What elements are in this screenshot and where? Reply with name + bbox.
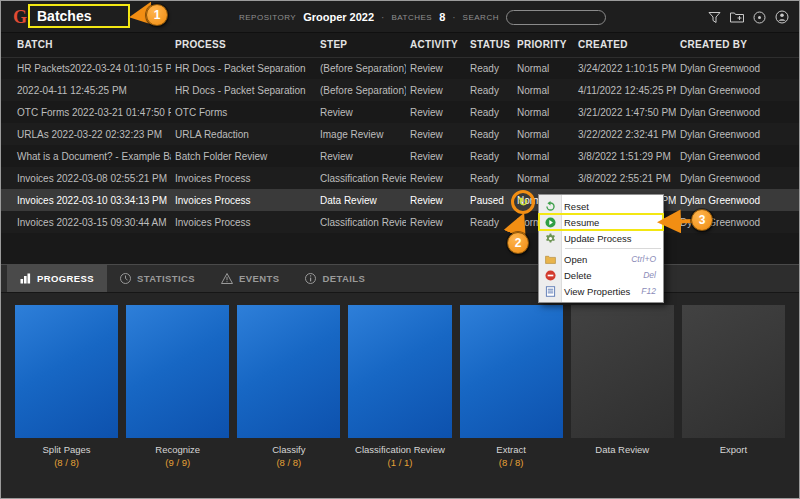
cell-created: 3/22/2022 2:32:41 PM <box>574 123 676 145</box>
batch-table: BATCHPROCESSSTEPACTIVITYSTATUSPRIORITYCR… <box>1 33 800 233</box>
progress-card[interactable]: Data Review <box>571 305 674 468</box>
menu-separator <box>565 248 661 249</box>
cell-process: URLA Redaction <box>171 123 316 145</box>
menu-item-update-process[interactable]: Update Process <box>539 230 663 246</box>
cell-priority: Normal <box>513 79 574 101</box>
cell-batch: What is a Document? - Example Batch <box>1 145 171 167</box>
cell-created: 3/21/2022 1:47:50 PM <box>574 101 676 123</box>
column-header[interactable]: PRIORITY <box>513 33 574 57</box>
progress-card[interactable]: Classify(8 / 8) <box>237 305 340 468</box>
tab-details[interactable]: DETAILS <box>292 265 378 292</box>
card-thumbnail <box>126 305 229 438</box>
cell-created: 3/8/2022 2:55:21 PM <box>574 167 676 189</box>
open-icon <box>543 254 557 265</box>
table-row[interactable]: OTC Forms 2022-03-21 01:47:50 PMOTC Form… <box>1 101 800 123</box>
progress-card[interactable]: Export <box>682 305 785 468</box>
menu-item-open[interactable]: OpenCtrl+O <box>539 251 663 267</box>
column-header[interactable]: PROCESS <box>171 33 316 57</box>
tab-progress[interactable]: PROGRESS <box>7 265 107 292</box>
resume-status-icon[interactable]: ↻ <box>518 195 528 209</box>
menu-item-shortcut: F12 <box>641 286 656 296</box>
cell-priority: Normal <box>513 145 574 167</box>
properties-icon <box>543 286 557 297</box>
card-thumbnail <box>571 305 674 438</box>
progress-card[interactable]: Classification Review(1 / 1) <box>348 305 451 468</box>
cell-status: Ready <box>466 145 513 167</box>
table-row[interactable]: Invoices 2022-03-15 09:30:44 AMInvoices … <box>1 211 800 233</box>
search-input[interactable] <box>506 10 606 25</box>
cell-step: (Before Separation) <box>316 79 406 101</box>
batches-label: BATCHES <box>391 13 432 22</box>
annotation-ring: ↻ <box>511 190 535 214</box>
app-window: G Batches REPOSITORY Grooper 2022 · BATC… <box>0 0 800 499</box>
cell-status: Ready <box>466 167 513 189</box>
progress-card[interactable]: Recognize(9 / 9) <box>126 305 229 468</box>
progress-card[interactable]: Extract(8 / 8) <box>460 305 563 468</box>
delete-icon <box>543 270 557 281</box>
cell-process: Batch Folder Review <box>171 145 316 167</box>
repository-value[interactable]: Grooper 2022 <box>303 11 374 23</box>
table-row[interactable]: 2022-04-11 12:45:25 PMHR Docs - Packet S… <box>1 79 800 101</box>
card-count: (1 / 1) <box>348 457 451 468</box>
cell-activity: Review <box>406 79 466 101</box>
batches-count: 8 <box>439 11 445 23</box>
cell-created_by: Dylan Greenwood <box>676 189 800 211</box>
menu-item-shortcut: Del <box>643 270 656 280</box>
menu-item-delete[interactable]: DeleteDel <box>539 267 663 283</box>
account-icon[interactable] <box>775 10 789 24</box>
cell-batch: Invoices 2022-03-15 09:30:44 AM <box>1 211 171 233</box>
new-folder-icon[interactable] <box>730 11 744 23</box>
menu-item-label: Resume <box>564 217 599 228</box>
card-thumbnail <box>348 305 451 438</box>
table-row[interactable]: HR Packets2022-03-24 01:10:15 PMHR Docs … <box>1 57 800 79</box>
filter-icon[interactable] <box>708 11 721 24</box>
tab-events[interactable]: EVENTS <box>208 265 292 292</box>
column-header[interactable]: BATCH <box>1 33 171 57</box>
column-header[interactable]: ACTIVITY <box>406 33 466 57</box>
cell-activity: Review <box>406 145 466 167</box>
cell-process: Invoices Process <box>171 211 316 233</box>
cell-created_by: Dylan Greenwood <box>676 167 800 189</box>
cell-activity: Review <box>406 211 466 233</box>
cell-status: Ready <box>466 79 513 101</box>
card-thumbnail <box>682 305 785 438</box>
cell-created_by: Dylan Greenwood <box>676 79 800 101</box>
cell-status: Ready <box>466 211 513 233</box>
header-info: REPOSITORY Grooper 2022 · BATCHES 8 · SE… <box>239 1 606 33</box>
cell-step: Classification Review <box>316 211 406 233</box>
about-icon[interactable] <box>753 11 766 24</box>
column-header[interactable]: STATUS <box>466 33 513 57</box>
cell-created_by: Dylan Greenwood <box>676 101 800 123</box>
cell-activity: Review <box>406 189 466 211</box>
column-header[interactable]: CREATED BY <box>676 33 800 57</box>
cell-process: Invoices Process <box>171 167 316 189</box>
page-title-highlight-box: Batches <box>28 4 130 28</box>
annotation-badge-3: 3 <box>691 209 713 231</box>
menu-item-reset[interactable]: Reset <box>539 198 663 214</box>
tab-statistics[interactable]: STATISTICS <box>107 265 208 292</box>
column-header[interactable]: STEP <box>316 33 406 57</box>
card-label: Classification Review <box>348 444 451 455</box>
cell-activity: Review <box>406 123 466 145</box>
clock-icon <box>120 273 131 284</box>
table-row[interactable]: What is a Document? - Example BatchBatch… <box>1 145 800 167</box>
column-header[interactable]: CREATED <box>574 33 676 57</box>
cell-priority: Normal <box>513 101 574 123</box>
cell-batch: URLAs 2022-03-22 02:32:23 PM <box>1 123 171 145</box>
cell-batch: HR Packets2022-03-24 01:10:15 PM <box>1 57 171 79</box>
cell-process: Invoices Process <box>171 189 316 211</box>
dot-separator: · <box>381 12 384 23</box>
batch-table-body: HR Packets2022-03-24 01:10:15 PMHR Docs … <box>1 57 800 233</box>
card-thumbnail <box>15 305 118 438</box>
table-row[interactable]: URLAs 2022-03-22 02:32:23 PMURLA Redacti… <box>1 123 800 145</box>
progress-card[interactable]: Split Pages(8 / 8) <box>15 305 118 468</box>
table-row[interactable]: Invoices 2022-03-08 02:55:21 PMInvoices … <box>1 167 800 189</box>
table-row[interactable]: Invoices 2022-03-10 03:34:13 PMInvoices … <box>1 189 800 211</box>
menu-item-resume[interactable]: Resume <box>539 214 663 230</box>
card-label: Classify <box>237 444 340 455</box>
reset-icon <box>543 201 557 212</box>
menu-item-view-properties[interactable]: View PropertiesF12 <box>539 283 663 299</box>
cell-step: Data Review <box>316 189 406 211</box>
cell-status: Ready <box>466 101 513 123</box>
cell-created_by: Dylan Greenwood <box>676 57 800 79</box>
